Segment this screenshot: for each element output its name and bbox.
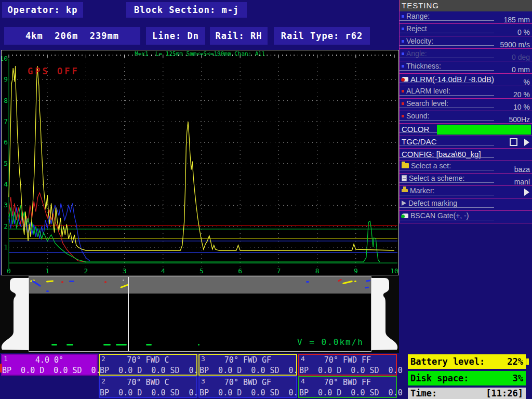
red-bullet-icon bbox=[402, 102, 404, 105]
channel-title: 70° FWD FF bbox=[299, 355, 396, 365]
device-screen: Operator: kp Block Section: m-j 4km 206m… bbox=[0, 0, 532, 399]
row-label: ALARM level: bbox=[406, 87, 450, 95]
bscan-bottom-mark bbox=[103, 344, 111, 345]
speed-readout: V = 0.0km/h bbox=[297, 337, 364, 347]
rail-profile-left-icon bbox=[0, 276, 29, 352]
blue-bullet-icon bbox=[402, 15, 404, 18]
operator-button[interactable]: Operator: kp bbox=[2, 2, 83, 18]
svg-text:3: 3 bbox=[4, 201, 8, 209]
row-value: 185 mm bbox=[503, 16, 530, 24]
row-underline bbox=[400, 207, 494, 208]
channel-number: 3 bbox=[201, 355, 205, 363]
checkbox[interactable] bbox=[510, 138, 517, 146]
row-underline bbox=[400, 95, 494, 96]
row-value: 0 mm bbox=[512, 65, 530, 74]
row-value: 0 deg bbox=[512, 53, 530, 61]
sidebar-row-color[interactable]: COLOR bbox=[400, 124, 532, 136]
position-readout[interactable]: 4km 206m 239mm bbox=[4, 27, 140, 45]
blue-bullet-icon bbox=[402, 40, 404, 43]
channel-number: 4 bbox=[301, 377, 305, 385]
row-value: baza bbox=[514, 165, 530, 174]
sidebar-row-search-level[interactable]: Search level:10 % bbox=[400, 99, 532, 111]
sidebar-row-reject[interactable]: Reject0 % bbox=[400, 24, 532, 36]
channel-values: BP 0.0 D 0.0 SD 0.0 bbox=[100, 366, 196, 375]
bscan-echo-mark bbox=[123, 280, 124, 281]
channel-values: BP 0.0 D 0.0 SD 0.0 bbox=[2, 366, 97, 375]
row-label: Defect marking bbox=[408, 199, 457, 207]
svg-text:0: 0 bbox=[7, 267, 11, 275]
red-bullet-icon bbox=[402, 115, 404, 117]
sidebar-row-sound[interactable]: Sound:500Hz bbox=[400, 111, 532, 124]
sidebar-row-tgc-dac[interactable]: TGC/DAC bbox=[400, 136, 532, 149]
row-value: 5900 m/s bbox=[500, 41, 530, 49]
notepad-icon bbox=[402, 175, 407, 181]
sidebar-row-select-a-set[interactable]: Select a set:baza bbox=[400, 161, 532, 174]
row-value: manl bbox=[514, 178, 530, 186]
channel-number: 3 bbox=[201, 377, 205, 385]
row-label: Range: bbox=[406, 12, 430, 20]
sidebar-row-range[interactable]: Range:185 mm bbox=[400, 11, 532, 24]
channel-values: BP 0.0 D 0.0 SD 0.0 bbox=[200, 388, 296, 397]
channel-box-2-bwd[interactable]: 2 70° BWD C BP 0.0 D 0.0 SD 0.0 bbox=[99, 376, 197, 398]
sidebar-row-alarm-level[interactable]: ALARM level:20 % bbox=[400, 86, 532, 99]
bscan-echo-mark bbox=[69, 281, 74, 282]
row-label: Select a scheme: bbox=[409, 174, 464, 182]
row-underline bbox=[400, 33, 494, 33]
channel-title: 70° BWD FF bbox=[299, 378, 396, 387]
channel-box-4-bwd[interactable]: 4 70° BWD FF BP 0.0 D 0.0 SD 0.0 bbox=[298, 376, 397, 398]
disk-label: Disk space: bbox=[410, 373, 469, 383]
svg-text:2: 2 bbox=[4, 222, 8, 230]
bscan-echo-mark bbox=[342, 281, 353, 285]
channel-grid: 1 4.0 0° BP 0.0 D 0.0 SD 0.02 70° FWD C … bbox=[0, 353, 399, 399]
sidebar-row-thickness[interactable]: Thickness:0 mm bbox=[400, 61, 532, 74]
sidebar-row-angle[interactable]: Angle:0 deg bbox=[400, 49, 532, 61]
ascan-plot: 12345678910012345678910 bbox=[2, 50, 398, 275]
sidebar-row-bscan-gate[interactable]: BSCAN Gate(+, -) bbox=[400, 211, 532, 223]
alarm-hand-icon bbox=[402, 77, 408, 82]
channel-values: BP 0.0 D 0.0 SD 0.0 bbox=[299, 388, 396, 397]
color-swatch[interactable] bbox=[437, 125, 531, 135]
channel-box-3-bwd[interactable]: 3 70° BWD GF BP 0.0 D 0.0 SD 0.0 bbox=[198, 376, 297, 398]
bscan-section: V = 0.0km/h bbox=[0, 275, 399, 353]
svg-text:9: 9 bbox=[4, 75, 8, 83]
row-label: Velocity: bbox=[406, 37, 433, 45]
battery-label: Battery level: bbox=[410, 356, 485, 367]
row-value: 500Hz bbox=[509, 115, 530, 124]
channel-title: 70° BWD GF bbox=[200, 378, 296, 387]
flag-icon bbox=[402, 201, 406, 206]
channel-box-4-fwd[interactable]: 4 70° FWD FF BP 0.0 D 0.0 SD 0.0 bbox=[298, 354, 397, 376]
rail-type-button[interactable]: Rail Type: r62 bbox=[274, 27, 370, 45]
blue-bullet-icon bbox=[402, 65, 404, 68]
block-section-button[interactable]: Block Section: m-j bbox=[126, 2, 247, 18]
sidebar-row-select-a-scheme[interactable]: Select a scheme:manl bbox=[400, 174, 532, 186]
channel-box-1-fwd[interactable]: 1 4.0 0° BP 0.0 D 0.0 SD 0.0 bbox=[1, 354, 98, 376]
time-label: Time: bbox=[410, 388, 437, 398]
row-label: Thickness: bbox=[406, 62, 441, 70]
row-label: BSCAN Gate(+, -) bbox=[410, 211, 469, 220]
sidebar-row-velocity[interactable]: Velocity:5900 m/s bbox=[400, 36, 532, 49]
bscan-bottom-mark bbox=[198, 344, 200, 345]
row-label: Sound: bbox=[406, 112, 429, 120]
sidebar-row-marker[interactable]: Marker: bbox=[400, 186, 532, 198]
row-underline bbox=[400, 182, 494, 183]
rail-button[interactable]: Rail: RH bbox=[210, 27, 268, 45]
sidebar-row-config-baza-60-kg[interactable]: CONFIG: [baza\60_kg] bbox=[400, 149, 532, 161]
bscan-cursor-line[interactable] bbox=[128, 277, 129, 351]
bscan-echo-mark bbox=[104, 281, 107, 283]
sidebar-row-alrm-14-0db-8-0db[interactable]: ALRM(-14.0dB / -8.0dB)% bbox=[400, 74, 532, 86]
bscan-echo-mark bbox=[32, 280, 41, 287]
channel-box-3-fwd[interactable]: 3 70° FWD GF BP 0.0 D 0.0 SD 0.0 bbox=[198, 354, 297, 376]
row-underline bbox=[400, 170, 494, 170]
channel-title: 70° FWD GF bbox=[200, 355, 296, 365]
channel-box-2-fwd[interactable]: 2 70° FWD C BP 0.0 D 0.0 SD 0.0 bbox=[99, 354, 197, 376]
sidebar-row-defect-marking[interactable]: Defect marking bbox=[400, 198, 532, 211]
line-button[interactable]: Line: Dn bbox=[146, 27, 205, 45]
row-underline bbox=[400, 145, 494, 145]
ascan-chart: 12345678910012345678910 M=x1 L= 125mm 5m… bbox=[1, 50, 399, 275]
gps-status-text: GPS OFF bbox=[28, 66, 79, 76]
channel-number: 2 bbox=[101, 355, 105, 363]
svg-text:2: 2 bbox=[84, 267, 88, 275]
row-underline bbox=[400, 220, 494, 220]
bscan-echo-mark bbox=[338, 278, 342, 282]
row-label: Search level: bbox=[406, 99, 448, 108]
